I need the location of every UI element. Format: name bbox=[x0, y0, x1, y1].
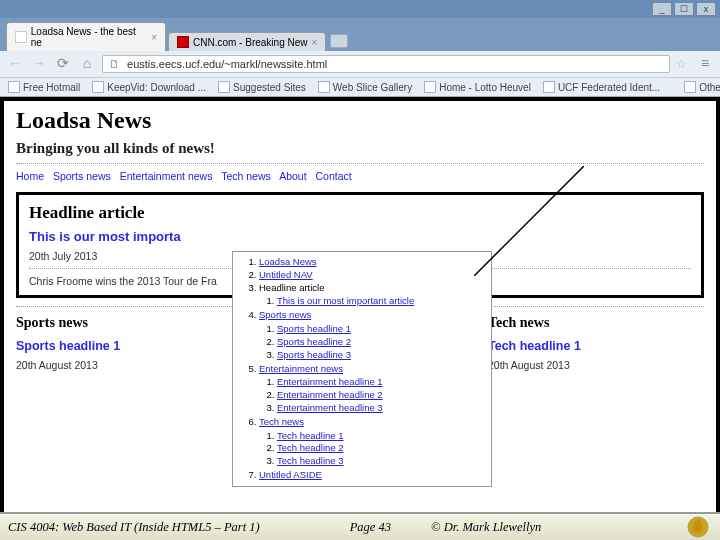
bookmark-item[interactable]: Suggested Sites bbox=[218, 81, 306, 93]
cnn-favicon-icon bbox=[177, 36, 189, 48]
menu-button[interactable]: ≡ bbox=[696, 55, 714, 73]
browser-tabs: Loadsa News - the best ne × CNN.com - Br… bbox=[0, 18, 720, 51]
maximize-button[interactable]: ☐ bbox=[674, 2, 694, 16]
site-nav: Home Sports news Entertainment news Tech… bbox=[16, 170, 704, 182]
bookmark-icon bbox=[543, 81, 555, 93]
bookmark-item[interactable]: Free Hotmail bbox=[8, 81, 80, 93]
bookmarks-bar: Free Hotmail KeepVid: Download ... Sugge… bbox=[0, 77, 720, 96]
sports-headline-link[interactable]: Sports headline 1 bbox=[16, 339, 232, 353]
browser-chrome: _ ☐ x Loadsa News - the best ne × CNN.co… bbox=[0, 0, 720, 97]
bookmark-label: Free Hotmail bbox=[23, 82, 80, 93]
divider bbox=[16, 163, 704, 164]
nav-link-about[interactable]: About bbox=[279, 170, 306, 182]
reload-button[interactable]: ⟳ bbox=[54, 55, 72, 73]
tech-column: Tech news Tech headline 1 20th August 20… bbox=[488, 315, 704, 377]
new-tab-button[interactable] bbox=[330, 34, 348, 48]
bookmark-icon bbox=[92, 81, 104, 93]
bookmark-label: Other bookmarks bbox=[699, 82, 720, 93]
outline-link[interactable]: Entertainment headline 1 bbox=[277, 376, 383, 387]
outline-link[interactable]: Tech headline 3 bbox=[277, 455, 344, 466]
outline-link[interactable]: Loadsa News bbox=[259, 256, 317, 267]
window-titlebar: _ ☐ x bbox=[0, 0, 720, 18]
back-button[interactable]: ← bbox=[6, 55, 24, 73]
outline-link[interactable]: Sports headline 1 bbox=[277, 323, 351, 334]
bookmark-item[interactable]: UCF Federated Ident... bbox=[543, 81, 660, 93]
footer-copyright: © Dr. Mark Llewellyn bbox=[431, 520, 541, 535]
tech-headline-link[interactable]: Tech headline 1 bbox=[488, 339, 704, 353]
outline-link[interactable]: Sports headline 3 bbox=[277, 349, 351, 360]
browser-tab-active[interactable]: Loadsa News - the best ne × bbox=[6, 22, 166, 51]
page-title: Loadsa News bbox=[16, 107, 704, 134]
browser-tab[interactable]: CNN.com - Breaking New × bbox=[168, 32, 326, 51]
ucf-logo-icon bbox=[684, 515, 712, 539]
bookmark-label: Suggested Sites bbox=[233, 82, 306, 93]
bookmark-item[interactable]: Home - Lotto Heuvel bbox=[424, 81, 531, 93]
forward-button[interactable]: → bbox=[30, 55, 48, 73]
document-outline-overlay: Loadsa News Untitled NAV Headline articl… bbox=[232, 251, 492, 487]
bookmark-item[interactable]: Web Slice Gallery bbox=[318, 81, 412, 93]
address-bar-row: ← → ⟳ ⌂ 🗋 eustis.eecs.ucf.edu/~markl/new… bbox=[0, 51, 720, 77]
bookmark-label: Home - Lotto Heuvel bbox=[439, 82, 531, 93]
page-content: Loadsa News Bringing you all kinds of ne… bbox=[0, 97, 720, 527]
page-icon: 🗋 bbox=[109, 58, 120, 70]
tab-close-icon[interactable]: × bbox=[151, 32, 157, 43]
bookmark-icon bbox=[8, 81, 20, 93]
page-subtitle: Bringing you all kinds of news! bbox=[16, 140, 704, 157]
outline-link[interactable]: Tech headline 1 bbox=[277, 430, 344, 441]
bookmark-star-icon[interactable]: ☆ bbox=[676, 57, 690, 71]
column-date: 20th August 2013 bbox=[488, 359, 704, 371]
nav-link-contact[interactable]: Contact bbox=[316, 170, 352, 182]
nav-link-entertainment[interactable]: Entertainment news bbox=[120, 170, 213, 182]
tab-close-icon[interactable]: × bbox=[311, 37, 317, 48]
nav-link-tech[interactable]: Tech news bbox=[221, 170, 271, 182]
outline-link[interactable]: This is our most important article bbox=[277, 295, 414, 306]
outline-link[interactable]: Sports headline 2 bbox=[277, 336, 351, 347]
outline-item: Headline article bbox=[259, 282, 324, 293]
tab-title: CNN.com - Breaking New bbox=[193, 37, 307, 48]
outline-link[interactable]: Sports news bbox=[259, 309, 311, 320]
column-title: Tech news bbox=[488, 315, 704, 331]
outline-link[interactable]: Entertainment news bbox=[259, 363, 343, 374]
minimize-button[interactable]: _ bbox=[652, 2, 672, 16]
page-favicon-icon bbox=[15, 31, 27, 43]
footer-course: CIS 4004: Web Based IT (Inside HTML5 – P… bbox=[8, 520, 260, 535]
other-bookmarks-button[interactable]: Other bookmarks bbox=[684, 81, 720, 93]
home-button[interactable]: ⌂ bbox=[78, 55, 96, 73]
bookmark-icon bbox=[424, 81, 436, 93]
nav-link-sports[interactable]: Sports news bbox=[53, 170, 111, 182]
outline-link[interactable]: Untitled ASIDE bbox=[259, 469, 322, 480]
bookmark-label: KeepVid: Download ... bbox=[107, 82, 206, 93]
close-window-button[interactable]: x bbox=[696, 2, 716, 16]
nav-link-home[interactable]: Home bbox=[16, 170, 44, 182]
address-bar[interactable]: 🗋 eustis.eecs.ucf.edu/~markl/newssite.ht… bbox=[102, 55, 670, 73]
column-date: 20th August 2013 bbox=[16, 359, 232, 371]
bookmark-label: UCF Federated Ident... bbox=[558, 82, 660, 93]
column-title: Sports news bbox=[16, 315, 232, 331]
url-text: eustis.eecs.ucf.edu/~markl/newssite.html bbox=[127, 58, 327, 70]
footer-page-number: Page 43 bbox=[350, 520, 391, 535]
outline-link[interactable]: Entertainment headline 3 bbox=[277, 402, 383, 413]
folder-icon bbox=[684, 81, 696, 93]
tab-title: Loadsa News - the best ne bbox=[31, 26, 147, 48]
outline-link[interactable]: Untitled NAV bbox=[259, 269, 313, 280]
bookmark-icon bbox=[318, 81, 330, 93]
outline-link[interactable]: Tech news bbox=[259, 416, 304, 427]
slide-footer: CIS 4004: Web Based IT (Inside HTML5 – P… bbox=[0, 512, 720, 540]
outline-link[interactable]: Tech headline 2 bbox=[277, 442, 344, 453]
headline-heading: Headline article bbox=[29, 203, 691, 223]
outline-link[interactable]: Entertainment headline 2 bbox=[277, 389, 383, 400]
bookmark-icon bbox=[218, 81, 230, 93]
sports-column: Sports news Sports headline 1 20th Augus… bbox=[16, 315, 232, 377]
bookmark-label: Web Slice Gallery bbox=[333, 82, 412, 93]
bookmark-item[interactable]: KeepVid: Download ... bbox=[92, 81, 206, 93]
headline-lead-link[interactable]: This is our most importa bbox=[29, 229, 691, 244]
